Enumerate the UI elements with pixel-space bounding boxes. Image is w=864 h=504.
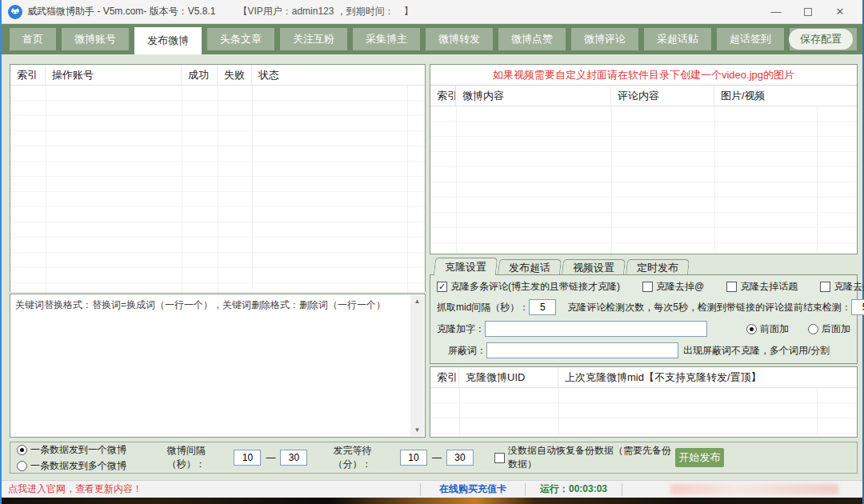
blockword-label: 屏蔽词： [448, 344, 486, 358]
clone-remove-at-label: 克隆去掉@ [656, 280, 704, 294]
keywords-hint-text: 关键词替换格式：替换词=换成词（一行一个），关键词删除格式：删除词（一行一个） [15, 298, 406, 312]
wait-to-input[interactable] [446, 450, 474, 466]
column-divider [611, 106, 612, 254]
clone-table-header: 索引 克隆微博UID 上次克隆微博mid【不支持克隆转发/置顶】 [430, 367, 857, 388]
start-publish-button[interactable]: 开始发布 [675, 448, 724, 467]
one-data-many-weibo-radio[interactable] [17, 461, 27, 471]
tab-video-settings[interactable]: 视频设置 [562, 259, 626, 275]
tab-follow-mutual[interactable]: 关注互粉 [280, 28, 347, 50]
column-divider [558, 388, 559, 436]
tab-clone-settings[interactable]: 克隆设置 [434, 258, 498, 275]
window-title: 威武猫微博助手 - V5m.com- 版本号：V5.8.1 [27, 5, 215, 18]
accounts-table-body [10, 86, 425, 292]
content-table-panel: 如果视频需要自定义封面请在软件目录下创建一个video.jpg的图片 索引 微博… [430, 64, 858, 254]
prepend-radio-label: 前面加 [760, 322, 789, 336]
one-data-one-weibo-radio[interactable] [17, 445, 27, 455]
column-divider [817, 388, 818, 436]
content-table-body [430, 106, 857, 254]
titlebar: 威武猫微博助手 - V5m.com- 版本号：V5.8.1 【VIP用户：adm… [2, 0, 862, 24]
send-mode-radios: 一条数据发到一个微博 一条数据发到多个微博 [17, 443, 153, 473]
clone-remove-topic-label: 克隆去掉话题 [740, 280, 798, 294]
accounts-table-header: 索引 操作账号 成功 失败 状态 [10, 65, 425, 86]
window-controls: — ✕ [760, 2, 856, 22]
column-divider [182, 86, 182, 292]
prepend-radio[interactable] [746, 324, 757, 334]
col-comment-content: 评论内容 [611, 86, 714, 106]
clone-uid-table: 索引 克隆微博UID 上次克隆微博mid【不支持克隆转发/置顶】 [430, 366, 858, 438]
scroll-down-icon[interactable]: ▼ [414, 424, 421, 436]
clone-settings-page: 克隆多条评论(博主发的且带链接才克隆) 克隆去掉@ 克隆去掉话题 克隆去掉图片 … [430, 274, 858, 364]
tab-supertopic-checkin[interactable]: 超话签到 [717, 28, 784, 50]
col-weibo-content: 微博内容 [456, 86, 611, 106]
col-status: 状态 [252, 65, 425, 85]
main-tabbar: 首页 微博账号 发布微博 头条文章 关注互粉 采集博主 微博转发 微博点赞 微博… [2, 24, 862, 54]
statusbar: 点我进入官网，查看更新内容！ 在线购买充值卡 运行：00:03:03 [2, 480, 862, 498]
dash: — [266, 452, 275, 463]
col-account: 操作账号 [46, 65, 182, 85]
content-table-header: 索引 微博内容 评论内容 图片/视频 [430, 86, 857, 106]
save-config-button[interactable]: 保存配置 [789, 29, 853, 50]
app-icon [8, 5, 22, 19]
clone-remove-image-label: 克隆去掉图片 [834, 280, 864, 294]
clone-remove-at-checkbox[interactable] [642, 282, 653, 292]
one-data-one-weibo-label: 一条数据发到一个微博 [30, 443, 126, 457]
redacted-blur [670, 484, 838, 494]
keywords-textarea[interactable]: 关键词替换格式：替换词=换成词（一行一个），关键词删除格式：删除词（一行一个） … [10, 294, 426, 438]
column-divider [817, 106, 818, 254]
mid-interval-input[interactable] [529, 299, 556, 315]
append-radio-label: 后面加 [822, 322, 850, 336]
column-divider [252, 86, 253, 292]
tab-weibo-repost[interactable]: 微博转发 [426, 28, 493, 50]
desktop-background-strip [2, 498, 862, 504]
clone-remove-topic-checkbox[interactable] [726, 282, 737, 292]
blockword-hint: 出现屏蔽词不克隆，多个词用/分割 [683, 344, 830, 358]
detect-count-label: 克隆评论检测次数，每次5秒，检测到带链接的评论提前结束检测： [567, 301, 851, 314]
close-button[interactable]: ✕ [824, 2, 856, 22]
weibo-interval-from-input[interactable] [234, 450, 261, 466]
app-window: 威武猫微博助手 - V5m.com- 版本号：V5.8.1 【VIP用户：adm… [0, 0, 864, 504]
vip-info: 【VIP用户：admin123 ，到期时间： 】 [238, 5, 413, 18]
tab-weibo-like[interactable]: 微博点赞 [498, 28, 566, 50]
blockword-input[interactable] [486, 342, 678, 358]
official-site-link[interactable]: 点我进入官网，查看更新内容！ [2, 482, 420, 496]
clone-multi-comments-checkbox[interactable] [437, 282, 447, 292]
wait-from-input[interactable] [400, 450, 427, 466]
buy-card-link[interactable]: 在线购买充值卡 [421, 482, 525, 496]
append-radio[interactable] [808, 324, 818, 334]
col-last-mid: 上次克隆微博mid【不支持克隆转发/置顶】 [558, 367, 857, 387]
tab-collect-bloggers[interactable]: 采集博主 [353, 28, 420, 50]
column-divider [456, 106, 457, 254]
tab-collect-supertopic[interactable]: 采超话贴 [644, 28, 711, 50]
col-success: 成功 [182, 65, 218, 85]
tab-publish-weibo[interactable]: 发布微博 [134, 27, 202, 54]
column-divider [407, 86, 408, 292]
wait-after-label: 发完等待（分）： [333, 444, 400, 471]
col-clone-uid: 克隆微博UID [459, 367, 558, 387]
tab-weibo-comment[interactable]: 微博评论 [571, 28, 638, 50]
statusbar-right-section [622, 481, 862, 498]
restore-backup-checkbox[interactable] [494, 453, 505, 463]
clone-table-body [430, 388, 857, 436]
minimize-button[interactable]: — [760, 2, 792, 22]
col-fail: 失败 [218, 65, 252, 85]
accounts-table: 索引 操作账号 成功 失败 状态 [10, 64, 426, 292]
col-index: 索引 [430, 86, 456, 106]
tab-publish-supertopic[interactable]: 发布超话 [498, 259, 562, 275]
dash: — [432, 452, 442, 463]
tab-home[interactable]: 首页 [10, 28, 56, 50]
maximize-button[interactable] [792, 2, 824, 22]
tab-toutiao-articles[interactable]: 头条文章 [207, 28, 274, 50]
mid-interval-label: 抓取mid间隔（秒）： [437, 301, 529, 314]
keywords-scrollbar[interactable]: ▲ ▼ [410, 295, 424, 436]
col-index: 索引 [430, 367, 459, 387]
scroll-up-icon[interactable]: ▲ [414, 295, 421, 307]
column-divider [46, 86, 46, 292]
clone-remove-image-checkbox[interactable] [820, 282, 830, 292]
clone-addtext-input[interactable] [485, 321, 707, 337]
tab-weibo-accounts[interactable]: 微博账号 [62, 28, 129, 50]
weibo-interval-label: 微博间隔（秒）： [167, 444, 234, 471]
column-divider [459, 388, 460, 436]
detect-count-input[interactable] [851, 299, 864, 315]
weibo-interval-to-input[interactable] [280, 450, 307, 466]
tab-scheduled-publish[interactable]: 定时发布 [626, 259, 690, 275]
